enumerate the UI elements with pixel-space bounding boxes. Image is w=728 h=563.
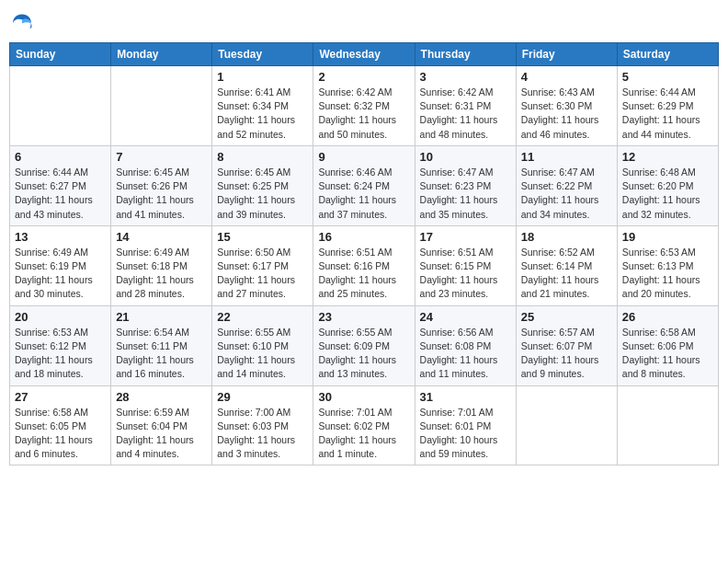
day-number: 2 <box>318 70 409 84</box>
calendar-cell <box>10 66 111 146</box>
day-info: Sunrise: 6:53 AM Sunset: 6:13 PM Dayligh… <box>622 246 713 302</box>
calendar-cell: 13Sunrise: 6:49 AM Sunset: 6:19 PM Dayli… <box>10 225 111 305</box>
calendar-cell: 22Sunrise: 6:55 AM Sunset: 6:10 PM Dayli… <box>212 305 313 385</box>
day-info: Sunrise: 7:00 AM Sunset: 6:03 PM Dayligh… <box>217 406 308 462</box>
day-info: Sunrise: 6:47 AM Sunset: 6:22 PM Dayligh… <box>521 166 612 222</box>
calendar-cell: 6Sunrise: 6:44 AM Sunset: 6:27 PM Daylig… <box>10 145 111 225</box>
calendar-table: SundayMondayTuesdayWednesdayThursdayFrid… <box>9 42 719 465</box>
calendar-cell: 25Sunrise: 6:57 AM Sunset: 6:07 PM Dayli… <box>516 305 617 385</box>
day-of-week-wednesday: Wednesday <box>313 43 415 66</box>
calendar-cell: 23Sunrise: 6:55 AM Sunset: 6:09 PM Dayli… <box>313 305 415 385</box>
day-number: 5 <box>622 70 713 84</box>
day-number: 15 <box>217 230 308 244</box>
day-info: Sunrise: 6:45 AM Sunset: 6:25 PM Dayligh… <box>217 166 308 222</box>
day-info: Sunrise: 6:46 AM Sunset: 6:24 PM Dayligh… <box>318 166 409 222</box>
calendar-cell: 30Sunrise: 7:01 AM Sunset: 6:02 PM Dayli… <box>313 385 415 465</box>
day-info: Sunrise: 6:43 AM Sunset: 6:30 PM Dayligh… <box>521 86 612 142</box>
day-number: 8 <box>217 150 308 164</box>
day-info: Sunrise: 6:59 AM Sunset: 6:04 PM Dayligh… <box>116 406 207 462</box>
day-info: Sunrise: 6:55 AM Sunset: 6:09 PM Dayligh… <box>318 326 409 382</box>
day-number: 28 <box>116 390 207 404</box>
day-info: Sunrise: 6:52 AM Sunset: 6:14 PM Dayligh… <box>521 246 612 302</box>
day-of-week-thursday: Thursday <box>415 43 516 66</box>
day-of-week-tuesday: Tuesday <box>212 43 313 66</box>
calendar-cell: 14Sunrise: 6:49 AM Sunset: 6:18 PM Dayli… <box>111 225 212 305</box>
calendar-cell <box>111 66 212 146</box>
day-number: 1 <box>217 70 308 84</box>
logo-icon <box>9 9 35 35</box>
calendar-cell: 4Sunrise: 6:43 AM Sunset: 6:30 PM Daylig… <box>516 66 617 146</box>
day-number: 16 <box>318 230 409 244</box>
day-info: Sunrise: 6:56 AM Sunset: 6:08 PM Dayligh… <box>420 326 511 382</box>
day-number: 24 <box>420 310 511 324</box>
calendar-cell: 24Sunrise: 6:56 AM Sunset: 6:08 PM Dayli… <box>415 305 516 385</box>
day-info: Sunrise: 6:42 AM Sunset: 6:31 PM Dayligh… <box>420 86 511 142</box>
calendar-cell: 28Sunrise: 6:59 AM Sunset: 6:04 PM Dayli… <box>111 385 212 465</box>
logo <box>9 9 39 35</box>
day-number: 7 <box>116 150 207 164</box>
day-info: Sunrise: 6:54 AM Sunset: 6:11 PM Dayligh… <box>116 326 207 382</box>
day-info: Sunrise: 6:57 AM Sunset: 6:07 PM Dayligh… <box>521 326 612 382</box>
calendar-week-4: 20Sunrise: 6:53 AM Sunset: 6:12 PM Dayli… <box>10 305 719 385</box>
day-info: Sunrise: 6:41 AM Sunset: 6:34 PM Dayligh… <box>217 86 308 142</box>
calendar-cell: 3Sunrise: 6:42 AM Sunset: 6:31 PM Daylig… <box>415 66 516 146</box>
day-number: 21 <box>116 310 207 324</box>
day-of-week-monday: Monday <box>111 43 212 66</box>
day-info: Sunrise: 7:01 AM Sunset: 6:01 PM Dayligh… <box>420 406 511 462</box>
day-number: 23 <box>318 310 409 324</box>
calendar-week-2: 6Sunrise: 6:44 AM Sunset: 6:27 PM Daylig… <box>10 145 719 225</box>
day-number: 10 <box>420 150 511 164</box>
calendar-cell <box>617 385 718 465</box>
day-number: 6 <box>15 150 106 164</box>
calendar-cell: 18Sunrise: 6:52 AM Sunset: 6:14 PM Dayli… <box>516 225 617 305</box>
day-info: Sunrise: 6:42 AM Sunset: 6:32 PM Dayligh… <box>318 86 409 142</box>
calendar-cell <box>516 385 617 465</box>
calendar-cell: 10Sunrise: 6:47 AM Sunset: 6:23 PM Dayli… <box>415 145 516 225</box>
calendar-cell: 2Sunrise: 6:42 AM Sunset: 6:32 PM Daylig… <box>313 66 415 146</box>
day-of-week-friday: Friday <box>516 43 617 66</box>
calendar-cell: 17Sunrise: 6:51 AM Sunset: 6:15 PM Dayli… <box>415 225 516 305</box>
day-info: Sunrise: 6:55 AM Sunset: 6:10 PM Dayligh… <box>217 326 308 382</box>
day-number: 22 <box>217 310 308 324</box>
calendar-cell: 5Sunrise: 6:44 AM Sunset: 6:29 PM Daylig… <box>617 66 718 146</box>
day-info: Sunrise: 6:51 AM Sunset: 6:16 PM Dayligh… <box>318 246 409 302</box>
calendar-cell: 15Sunrise: 6:50 AM Sunset: 6:17 PM Dayli… <box>212 225 313 305</box>
day-number: 19 <box>622 230 713 244</box>
calendar-cell: 27Sunrise: 6:58 AM Sunset: 6:05 PM Dayli… <box>10 385 111 465</box>
day-number: 18 <box>521 230 612 244</box>
day-info: Sunrise: 6:47 AM Sunset: 6:23 PM Dayligh… <box>420 166 511 222</box>
day-number: 3 <box>420 70 511 84</box>
day-number: 11 <box>521 150 612 164</box>
day-info: Sunrise: 6:58 AM Sunset: 6:06 PM Dayligh… <box>622 326 713 382</box>
day-number: 9 <box>318 150 409 164</box>
calendar-cell: 26Sunrise: 6:58 AM Sunset: 6:06 PM Dayli… <box>617 305 718 385</box>
day-info: Sunrise: 6:51 AM Sunset: 6:15 PM Dayligh… <box>420 246 511 302</box>
day-number: 20 <box>15 310 106 324</box>
day-info: Sunrise: 6:48 AM Sunset: 6:20 PM Dayligh… <box>622 166 713 222</box>
day-of-week-saturday: Saturday <box>617 43 718 66</box>
calendar-cell: 8Sunrise: 6:45 AM Sunset: 6:25 PM Daylig… <box>212 145 313 225</box>
calendar-cell: 20Sunrise: 6:53 AM Sunset: 6:12 PM Dayli… <box>10 305 111 385</box>
day-info: Sunrise: 6:49 AM Sunset: 6:19 PM Dayligh… <box>15 246 106 302</box>
day-info: Sunrise: 6:45 AM Sunset: 6:26 PM Dayligh… <box>116 166 207 222</box>
day-info: Sunrise: 6:53 AM Sunset: 6:12 PM Dayligh… <box>15 326 106 382</box>
day-number: 26 <box>622 310 713 324</box>
calendar-cell: 9Sunrise: 6:46 AM Sunset: 6:24 PM Daylig… <box>313 145 415 225</box>
day-info: Sunrise: 6:50 AM Sunset: 6:17 PM Dayligh… <box>217 246 308 302</box>
calendar-week-3: 13Sunrise: 6:49 AM Sunset: 6:19 PM Dayli… <box>10 225 719 305</box>
day-number: 17 <box>420 230 511 244</box>
day-info: Sunrise: 7:01 AM Sunset: 6:02 PM Dayligh… <box>318 406 409 462</box>
calendar-week-5: 27Sunrise: 6:58 AM Sunset: 6:05 PM Dayli… <box>10 385 719 465</box>
calendar-cell: 12Sunrise: 6:48 AM Sunset: 6:20 PM Dayli… <box>617 145 718 225</box>
calendar-cell: 21Sunrise: 6:54 AM Sunset: 6:11 PM Dayli… <box>111 305 212 385</box>
calendar-cell: 31Sunrise: 7:01 AM Sunset: 6:01 PM Dayli… <box>415 385 516 465</box>
calendar-cell: 16Sunrise: 6:51 AM Sunset: 6:16 PM Dayli… <box>313 225 415 305</box>
page-header <box>9 9 719 35</box>
day-number: 14 <box>116 230 207 244</box>
calendar-week-1: 1Sunrise: 6:41 AM Sunset: 6:34 PM Daylig… <box>10 66 719 146</box>
day-number: 29 <box>217 390 308 404</box>
calendar-cell: 1Sunrise: 6:41 AM Sunset: 6:34 PM Daylig… <box>212 66 313 146</box>
calendar-cell: 11Sunrise: 6:47 AM Sunset: 6:22 PM Dayli… <box>516 145 617 225</box>
day-info: Sunrise: 6:49 AM Sunset: 6:18 PM Dayligh… <box>116 246 207 302</box>
calendar-header-row: SundayMondayTuesdayWednesdayThursdayFrid… <box>10 43 719 66</box>
